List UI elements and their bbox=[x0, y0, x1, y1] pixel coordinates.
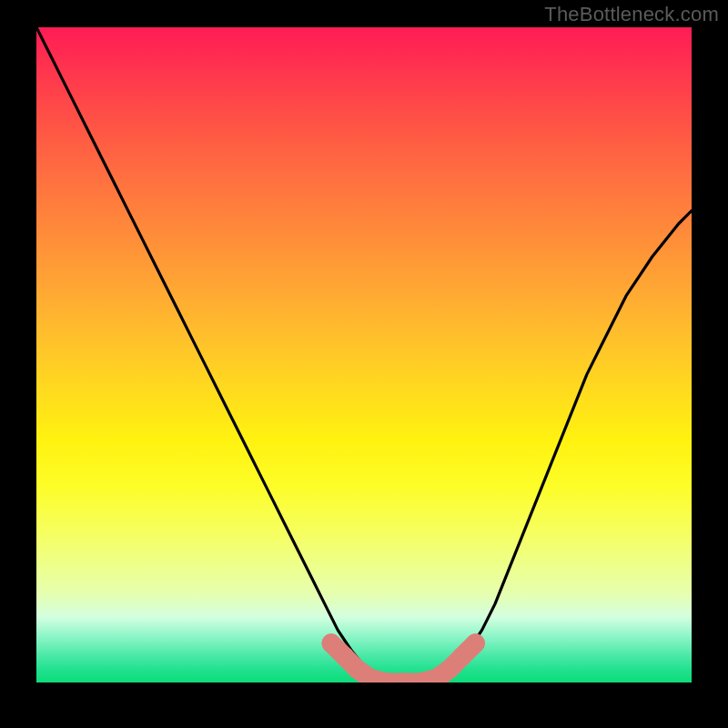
chart-frame: TheBottleneck.com bbox=[0, 0, 728, 728]
bottleneck-curve-path bbox=[36, 27, 692, 682]
bottleneck-curve bbox=[36, 27, 692, 682]
marker-dot bbox=[466, 633, 485, 652]
plot-area bbox=[36, 27, 692, 682]
watermark-text: TheBottleneck.com bbox=[544, 3, 719, 26]
curve-layer bbox=[36, 27, 692, 682]
